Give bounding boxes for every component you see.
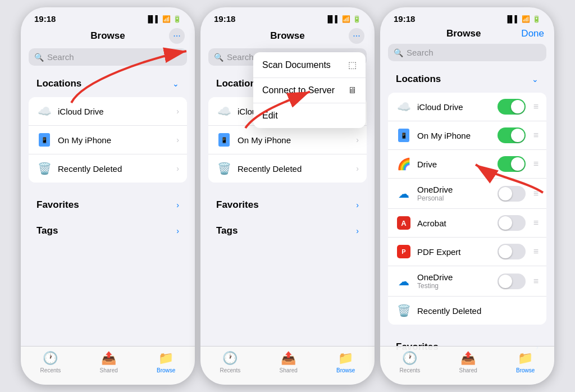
icloud-toggle[interactable]	[498, 99, 526, 115]
onedrive-testing-toggle[interactable]	[498, 274, 526, 289]
tab-recents-3[interactable]: 🕐 Recents	[400, 351, 421, 373]
deleted-item-1[interactable]: 🗑️ Recently Deleted ›	[29, 154, 187, 183]
tab-shared-label-3: Shared	[459, 367, 477, 373]
deleted-item-2[interactable]: 🗑️ Recently Deleted ›	[208, 154, 367, 183]
server-icon: 🖥	[348, 85, 357, 95]
pdfexpert-handle[interactable]: ≡	[533, 247, 539, 257]
drive-toggle[interactable]	[498, 156, 526, 172]
tab-browse-1[interactable]: 📁 Browse	[157, 351, 175, 373]
status-icons-1: ▐▌▌ 📶 🔋	[145, 15, 181, 23]
iphone-icon-1: 📱	[36, 132, 52, 148]
recents-icon-1: 🕐	[43, 351, 58, 366]
onedrive-testing-info: OneDrive Testing	[417, 272, 492, 290]
tab-browse-2[interactable]: 📁 Browse	[336, 351, 355, 373]
more-icon-2: ···	[353, 31, 360, 41]
signal-icon-2: ▐▌▌	[325, 15, 340, 23]
connect-server-item[interactable]: Connect to Server 🖥	[253, 78, 366, 103]
icloud-chevron-1: ›	[176, 107, 179, 116]
onedrive-personal-handle[interactable]: ≡	[533, 189, 539, 199]
favorites-title-2: Favorites	[216, 199, 259, 211]
iphone-item-2[interactable]: 📱 On My iPhone ›	[208, 126, 367, 154]
locations-title-3: Locations	[396, 74, 441, 85]
pdfexpert-item: P PDF Expert ≡	[388, 238, 546, 266]
iphone-icon-3: 📱	[396, 127, 412, 143]
locations-chevron-1[interactable]: ⌄	[172, 79, 179, 88]
tags-header-2: Tags ›	[200, 218, 375, 244]
icloud-drag-handle[interactable]: ≡	[533, 102, 539, 112]
iphone-item-1[interactable]: 📱 On My iPhone ›	[29, 126, 187, 154]
signal-icon-3: ▐▌▌	[505, 15, 519, 23]
acrobat-item: A Acrobat ≡	[388, 209, 546, 238]
pdfexpert-toggle[interactable]	[498, 244, 526, 259]
pdfexpert-label: PDF Expert	[417, 247, 492, 257]
edit-item[interactable]: Edit	[253, 103, 366, 128]
tab-browse-3[interactable]: 📁 Browse	[516, 351, 535, 373]
icloud-label-1: iCloud Drive	[58, 107, 171, 116]
acrobat-knob	[499, 216, 512, 230]
locations-section-3: ☁️ iCloud Drive ≡ 📱 On My iPhone	[388, 93, 546, 325]
tab-recents-label-2: Recents	[220, 367, 241, 373]
tab-bar-2: 🕐 Recents 📤 Shared 📁 Browse	[200, 346, 375, 385]
tab-browse-label-3: Browse	[516, 367, 535, 373]
locations-section-1: ☁️ iCloud Drive › 📱 On My iPhone › 🗑️ Re…	[29, 97, 187, 183]
scan-documents-item[interactable]: Scan Documents ⬚	[253, 52, 366, 78]
signal-icon: ▐▌▌	[145, 15, 160, 23]
screen-1: 19:18 ▐▌▌ 📶 🔋 Browse ··· 🔍 Search Locati…	[21, 7, 195, 385]
icloud-item-3: ☁️ iCloud Drive ≡	[388, 93, 546, 121]
acrobat-handle[interactable]: ≡	[533, 218, 539, 228]
connect-server-label: Connect to Server	[262, 85, 335, 95]
nav-bar-1: Browse ···	[21, 26, 195, 48]
tab-recents-label-3: Recents	[400, 367, 421, 373]
deleted-label-2: Recently Deleted	[238, 164, 350, 174]
wifi-icon: 📶	[162, 15, 171, 23]
time-2: 19:18	[214, 14, 235, 24]
trash-icon-1: 🗑️	[36, 161, 52, 176]
pdfexpert-icon: P	[396, 244, 412, 259]
nav-title-1: Browse	[90, 30, 125, 42]
tags-chevron-2[interactable]: ›	[356, 226, 359, 235]
wifi-icon-3: 📶	[522, 15, 530, 23]
tab-recents-1[interactable]: 🕐 Recents	[40, 351, 61, 373]
browse-icon-1: 📁	[158, 351, 174, 366]
icloud-label-3: iCloud Drive	[417, 102, 492, 112]
deleted-label-1: Recently Deleted	[58, 164, 171, 174]
locations-chevron-3[interactable]: ⌄	[532, 75, 539, 84]
tab-shared-3[interactable]: 📤 Shared	[459, 351, 477, 373]
deleted-item-3: 🗑️ Recently Deleted	[388, 297, 546, 325]
done-button[interactable]: Done	[521, 28, 544, 39]
more-button-2[interactable]: ···	[349, 28, 364, 44]
onedrive-personal-knob	[499, 187, 512, 200]
screens-container: 19:18 ▐▌▌ 📶 🔋 Browse ··· 🔍 Search Locati…	[15, 2, 560, 390]
more-button-1[interactable]: ···	[169, 28, 185, 44]
drive-drag-handle[interactable]: ≡	[533, 159, 539, 169]
favorites-chevron-1[interactable]: ›	[176, 200, 179, 209]
iphone-item-3: 📱 On My iPhone ≡	[388, 121, 546, 150]
onedrive-personal-label: OneDrive	[417, 185, 492, 194]
tags-title-1: Tags	[36, 225, 58, 236]
iphone-toggle[interactable]	[498, 127, 526, 143]
tags-chevron-1[interactable]: ›	[176, 226, 179, 235]
status-icons-2: ▐▌▌ 📶 🔋	[325, 15, 361, 23]
iphone-drag-handle[interactable]: ≡	[533, 130, 539, 140]
search-bar-1[interactable]: 🔍 Search	[29, 48, 187, 66]
browse-icon-2: 📁	[338, 351, 353, 366]
deleted-chevron-2: ›	[356, 164, 359, 173]
tab-recents-2[interactable]: 🕐 Recents	[220, 351, 241, 373]
tab-browse-label-1: Browse	[157, 367, 175, 373]
acrobat-toggle[interactable]	[498, 215, 526, 231]
tab-shared-2[interactable]: 📤 Shared	[280, 351, 298, 373]
onedrive-testing-handle[interactable]: ≡	[533, 276, 539, 286]
onedrive-testing-item: ☁ OneDrive Testing ≡	[388, 266, 546, 297]
search-bar-3[interactable]: 🔍 Search	[388, 44, 546, 61]
search-placeholder-2: Search	[227, 52, 254, 62]
iphone-icon-2: 📱	[216, 132, 232, 148]
nav-bar-3: Browse Done	[380, 26, 554, 44]
favorites-chevron-2[interactable]: ›	[356, 200, 359, 209]
onedrive-personal-toggle[interactable]	[498, 186, 526, 202]
locations-title-1: Locations	[36, 78, 81, 89]
search-icon-1: 🔍	[34, 53, 44, 62]
tab-shared-1[interactable]: 📤 Shared	[100, 351, 118, 373]
favorites-header-2: Favorites ›	[200, 193, 375, 218]
deleted-label-3: Recently Deleted	[417, 306, 539, 316]
icloud-item-1[interactable]: ☁️ iCloud Drive ›	[29, 97, 187, 126]
